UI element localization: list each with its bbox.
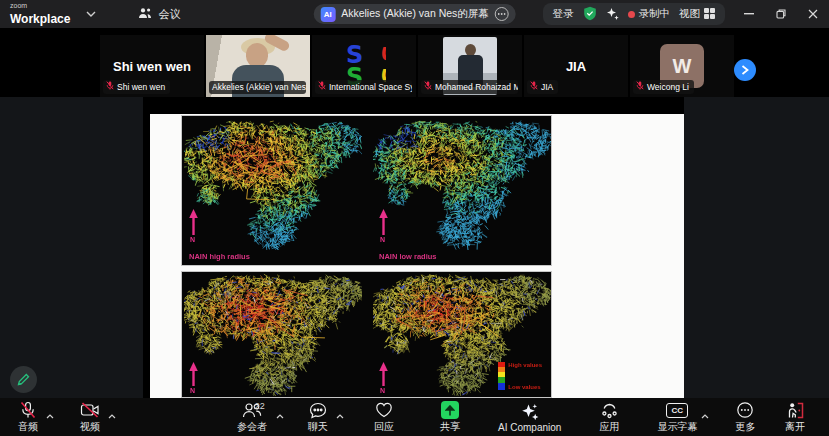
- next-participants-button[interactable]: [734, 59, 756, 81]
- more-ellipsis-icon: [736, 401, 754, 419]
- zoom-workplace-logo: zoom Workplace: [10, 2, 70, 26]
- workspace-chevron-down-icon[interactable]: [86, 11, 96, 17]
- muted-mic-icon: [318, 81, 326, 92]
- maps-panel-bottom: N N High values Low values: [181, 271, 552, 398]
- mic-muted-icon: [19, 401, 37, 419]
- shared-screen-title-pill[interactable]: AI Akkelies (Akkie) van Nes的屏幕: [313, 4, 516, 24]
- muted-mic-icon: [106, 81, 114, 92]
- legend-low-label: Low values: [508, 384, 542, 390]
- meeting-tab-label: 会议: [158, 7, 180, 22]
- chat-icon: [309, 401, 327, 419]
- name-tag-text: Mohamed Rohaizad M...: [435, 82, 518, 92]
- view-grid-icon: [704, 8, 715, 21]
- name-tag: Akkelies (Akkie) van Nes: [209, 81, 306, 94]
- participants-count: 22: [255, 401, 265, 411]
- leave-door-icon: [786, 401, 804, 419]
- chevron-right-icon: [741, 65, 749, 75]
- window-close-button[interactable]: [797, 0, 829, 28]
- share-screen-icon: [441, 401, 459, 419]
- more-button[interactable]: 更多: [723, 398, 767, 436]
- audio-options-chevron-icon[interactable]: [46, 405, 54, 423]
- shared-screen-capture: N N NAIN high radius NAIN low radius N: [143, 97, 684, 398]
- window-minimize-button[interactable]: [733, 0, 765, 28]
- north-arrow: N: [379, 362, 388, 394]
- apps-icon: [601, 401, 618, 419]
- participants-button[interactable]: 22 参会者: [230, 398, 274, 436]
- ai-badge-icon: AI: [320, 7, 335, 22]
- chat-button[interactable]: 聊天: [296, 398, 340, 436]
- muted-mic-icon: [424, 81, 432, 92]
- recording-indicator[interactable]: 录制中: [628, 7, 671, 21]
- meeting-people-icon: [138, 7, 153, 21]
- participant-tile-international-space-syntax[interactable]: S S S S International Space Syn...: [312, 35, 416, 97]
- chat-chevron-icon[interactable]: [336, 405, 344, 423]
- map-caption: NAIN low radius: [379, 252, 437, 261]
- captions-button[interactable]: CC 显示字幕: [653, 398, 701, 436]
- shared-screen-title: Akkelies (Akkie) van Nes的屏幕: [341, 7, 489, 21]
- recording-label: 录制中: [639, 7, 671, 21]
- apps-button[interactable]: 应用: [587, 398, 631, 436]
- tab-meeting[interactable]: 会议: [138, 7, 180, 22]
- brand-workplace: Workplace: [10, 12, 70, 26]
- share-options-more-icon[interactable]: [495, 7, 509, 21]
- share-screen-button[interactable]: 共享: [428, 398, 472, 436]
- name-tag-text: Weicong Li: [647, 82, 689, 92]
- participant-tile-akkelies-active-speaker[interactable]: Akkelies (Akkie) van Nes: [206, 35, 310, 97]
- camera-off-icon: [80, 401, 100, 419]
- map-nain-low-radius: [373, 118, 551, 250]
- participants-chevron-icon[interactable]: [276, 405, 284, 423]
- pencil-icon: [17, 373, 30, 386]
- presentation-slide: N N NAIN high radius NAIN low radius N: [150, 114, 684, 398]
- legend-high-label: High values: [508, 362, 542, 368]
- leave-button[interactable]: 离开: [773, 398, 817, 436]
- status-pill: 登录 录制中 视图: [543, 3, 726, 25]
- signin-button[interactable]: 登录: [553, 7, 574, 21]
- meeting-toolbar: 音频 视频 22 参会者 聊天: [0, 398, 829, 436]
- audio-button[interactable]: 音频: [6, 398, 50, 436]
- brand-zoom: zoom: [10, 2, 70, 9]
- muted-mic-icon: [530, 81, 538, 92]
- maps-panel-top: N N NAIN high radius NAIN low radius: [181, 115, 552, 266]
- ai-companion-sparkle-icon: [521, 403, 539, 421]
- reactions-button[interactable]: 回应: [362, 398, 406, 436]
- captions-chevron-icon[interactable]: [701, 405, 709, 423]
- annotate-button[interactable]: [10, 366, 37, 393]
- ai-companion-button[interactable]: AI Companion: [494, 398, 565, 436]
- name-tag-text: Akkelies (Akkie) van Nes: [212, 82, 306, 92]
- video-options-chevron-icon[interactable]: [108, 405, 116, 423]
- recording-dot-icon: [628, 11, 635, 18]
- north-arrow: N: [189, 209, 198, 243]
- view-label: 视图: [679, 7, 700, 21]
- name-tag: Weicong Li: [633, 80, 694, 94]
- north-arrow: N: [189, 362, 198, 394]
- name-tag: Mohamed Rohaizad M...: [421, 80, 518, 94]
- security-shield-icon[interactable]: [583, 6, 597, 23]
- participant-tile-weicong[interactable]: W Weicong Li: [630, 35, 734, 97]
- name-tag-text: International Space Syn...: [329, 82, 412, 92]
- window-restore-button[interactable]: [765, 0, 797, 28]
- name-tag-text: JIA: [541, 82, 553, 92]
- participant-tile-mohamed[interactable]: Mohamed Rohaizad M...: [418, 35, 522, 97]
- name-tag: International Space Syn...: [315, 80, 412, 94]
- participant-tile-shi-wen-wen[interactable]: Shi wen wen Shi wen wen: [100, 35, 204, 97]
- name-tag-text: Shi wen wen: [117, 82, 165, 92]
- participant-tile-jia[interactable]: JIA JIA: [524, 35, 628, 97]
- shared-screen-area: N N NAIN high radius NAIN low radius N: [0, 97, 829, 398]
- title-bar: zoom Workplace 会议 AI Akkelies (Akkie) va…: [0, 0, 829, 28]
- closed-captions-icon: CC: [666, 401, 688, 419]
- north-arrow: N: [379, 209, 388, 243]
- heart-icon: [375, 401, 393, 419]
- map-nain-high-radius: [184, 118, 362, 250]
- view-button[interactable]: 视图: [679, 7, 715, 21]
- name-tag: Shi wen wen: [103, 80, 170, 94]
- participants-strip: Shi wen wen Shi wen wen Akkelies (Akkie)…: [0, 28, 829, 97]
- map-caption: NAIN high radius: [189, 252, 250, 261]
- map-bottom-left: [184, 272, 362, 396]
- color-scale-bar: [498, 362, 505, 390]
- svg-text:S: S: [376, 45, 386, 62]
- video-button[interactable]: 视频: [68, 398, 112, 436]
- muted-mic-icon: [636, 81, 644, 92]
- name-tag: JIA: [527, 80, 558, 94]
- value-legend: High values Low values: [498, 362, 542, 390]
- ai-sparkle-icon[interactable]: [606, 7, 619, 22]
